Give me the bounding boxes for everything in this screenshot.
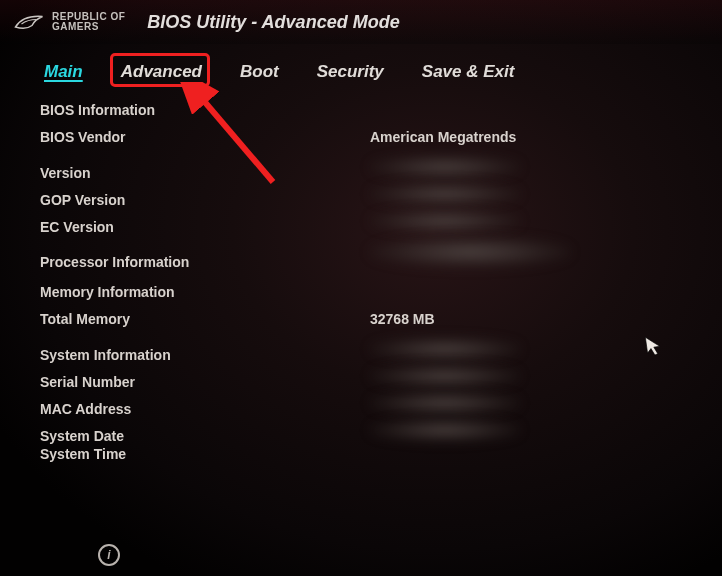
- value-mac-redacted: [370, 392, 520, 414]
- value-ec-version-redacted: [370, 210, 520, 232]
- bios-header: REPUBLIC OF GAMERS BIOS Utility - Advanc…: [0, 0, 722, 44]
- label-gop-version: GOP Version: [40, 192, 370, 208]
- page-title: BIOS Utility - Advanced Mode: [147, 12, 399, 33]
- label-version: Version: [40, 165, 370, 181]
- label-memory-info: Memory Information: [40, 284, 370, 300]
- label-system-time: System Time: [40, 446, 370, 462]
- tab-bar: Main Advanced Boot Security Save & Exit: [0, 44, 722, 92]
- tab-security[interactable]: Security: [317, 62, 384, 82]
- tab-advanced[interactable]: Advanced: [121, 62, 202, 82]
- info-icon-glyph: i: [107, 548, 110, 562]
- info-icon[interactable]: i: [98, 544, 120, 566]
- tab-save-exit[interactable]: Save & Exit: [422, 62, 515, 82]
- label-system-date: System Date: [40, 428, 370, 444]
- main-content: BIOS Information BIOS Vendor American Me…: [0, 92, 722, 473]
- label-total-memory: Total Memory: [40, 311, 370, 327]
- label-serial-number: Serial Number: [40, 374, 370, 390]
- value-serial-redacted: [370, 365, 520, 387]
- tab-main[interactable]: Main: [44, 62, 83, 82]
- label-system-info: System Information: [40, 347, 370, 363]
- value-processor-redacted: [370, 237, 570, 267]
- value-date-redacted: [370, 419, 520, 441]
- value-bios-vendor: American Megatrends: [370, 129, 516, 145]
- label-bios-information: BIOS Information: [40, 102, 370, 118]
- label-ec-version: EC Version: [40, 219, 370, 235]
- label-mac-address: MAC Address: [40, 401, 370, 417]
- value-version-redacted: [370, 156, 520, 178]
- value-gop-version-redacted: [370, 183, 520, 205]
- label-processor-info: Processor Information: [40, 254, 370, 270]
- value-total-memory: 32768 MB: [370, 311, 435, 327]
- tab-boot[interactable]: Boot: [240, 62, 279, 82]
- brand-text: REPUBLIC OF GAMERS: [52, 12, 125, 32]
- label-bios-vendor: BIOS Vendor: [40, 129, 370, 145]
- rog-logo-icon: [14, 11, 44, 33]
- value-system-info-redacted: [370, 338, 520, 360]
